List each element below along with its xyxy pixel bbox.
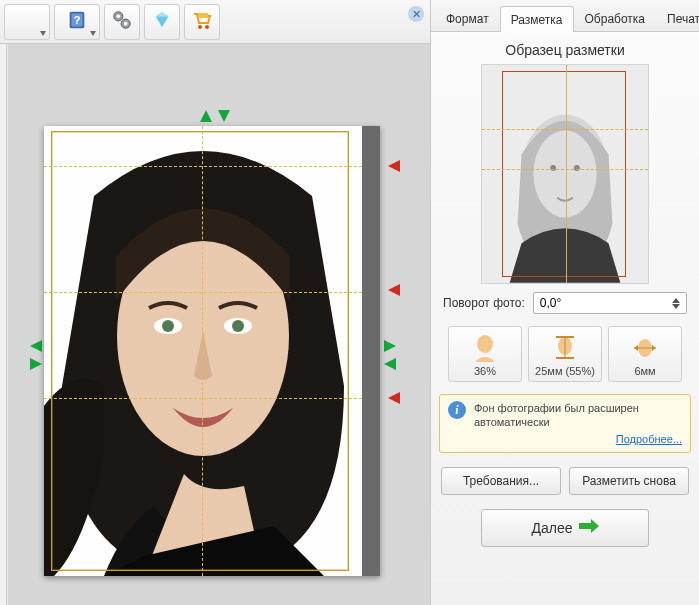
left-gutter [0,44,7,605]
tab-bar: Формат Разметка Обработка Печать [431,0,699,32]
close-icon[interactable]: ✕ [408,6,424,22]
toolbar-button-video[interactable] [104,4,140,40]
requirements-button[interactable]: Требования... [441,467,561,495]
resize-arrow-down-icon[interactable] [218,110,230,122]
head-width-icon [611,333,679,363]
svg-marker-7 [156,16,169,27]
photo-image [44,126,362,576]
resize-arrow-right-icon[interactable] [384,340,396,352]
diamond-icon [151,9,173,34]
toolbar-button-dropdown[interactable] [4,4,50,40]
svg-marker-31 [652,345,656,351]
horizontal-guide-eyes[interactable] [44,292,362,293]
metric-value: 6мм [611,365,679,377]
svg-marker-8 [156,12,169,17]
svg-marker-30 [634,345,638,351]
toolbar-button-help[interactable]: ? [54,4,100,40]
guide-marker-icon[interactable] [388,392,400,404]
side-panel: Формат Разметка Обработка Печать Образец… [430,0,699,605]
svg-point-9 [198,25,202,29]
rotation-label: Поворот фото: [443,296,525,310]
toolbar-button-diamond[interactable] [144,4,180,40]
toolbar-button-cart[interactable] [184,4,220,40]
chevron-down-icon [90,31,96,36]
metric-head-mm[interactable]: 25мм (55%) [528,326,602,382]
resize-arrow-left-icon[interactable] [30,340,42,352]
svg-point-15 [162,320,174,332]
sample-horizontal-guide [482,169,648,170]
tab-format[interactable]: Формат [435,5,500,31]
subject-face-illustration [44,126,362,576]
remark-button[interactable]: Разметить снова [569,467,689,495]
guide-marker-icon[interactable] [388,284,400,296]
svg-point-5 [117,15,121,19]
guide-marker-icon[interactable] [388,160,400,172]
video-icon [111,9,133,34]
next-button-label: Далее [531,520,572,536]
main-toolbar: ? ✕ [0,0,430,44]
tab-processing[interactable]: Обработка [574,5,657,31]
svg-point-17 [232,320,244,332]
next-button[interactable]: Далее [481,509,649,547]
resize-arrow-left-icon[interactable] [384,358,396,370]
canvas-area [8,44,430,605]
sample-vertical-guide [566,65,567,283]
resize-arrow-right-icon[interactable] [30,358,42,370]
photo-container[interactable] [44,126,380,576]
svg-point-6 [124,22,128,26]
info-box: i Фон фотографии был расширен автоматиче… [439,394,691,453]
info-text: Фон фотографии был расширен автоматическ… [474,401,682,446]
spinner-arrows-icon[interactable] [672,298,680,309]
chevron-down-icon [40,31,46,36]
rotation-row: Поворот фото: 0,0° [431,284,699,322]
metric-value: 36% [451,365,519,377]
metric-width-mm[interactable]: 6мм [608,326,682,382]
vertical-guide[interactable] [202,126,203,576]
metric-value: 25мм (55%) [531,365,599,377]
sample-crop-frame [502,71,626,277]
svg-rect-11 [198,13,208,18]
metrics-row: 36% 25мм (55%) 6мм [431,322,699,386]
head-silhouette-icon [451,333,519,363]
sample-preview [481,64,649,284]
svg-point-23 [477,335,493,353]
action-buttons-row: Требования... Разметить снова [431,461,699,501]
help-book-icon: ? [66,9,88,34]
horizontal-guide-top[interactable] [44,166,362,167]
svg-text:?: ? [74,14,81,26]
info-more-link[interactable]: Подробнее... [474,432,682,446]
resize-arrow-up-icon[interactable] [200,110,212,122]
info-icon: i [448,401,466,419]
svg-rect-32 [579,523,591,529]
rotation-input[interactable]: 0,0° [533,292,687,314]
tab-print[interactable]: Печать [656,5,699,31]
sample-title: Образец разметки [431,32,699,64]
rotation-value: 0,0° [540,296,561,310]
cart-icon [190,8,214,35]
svg-point-10 [205,25,209,29]
sample-horizontal-guide [482,129,648,130]
metric-head-percent[interactable]: 36% [448,326,522,382]
head-height-icon [531,333,599,363]
arrow-right-icon [579,519,599,536]
horizontal-guide-chin[interactable] [44,398,362,399]
tab-markup[interactable]: Разметка [500,6,574,32]
svg-marker-33 [591,519,599,533]
